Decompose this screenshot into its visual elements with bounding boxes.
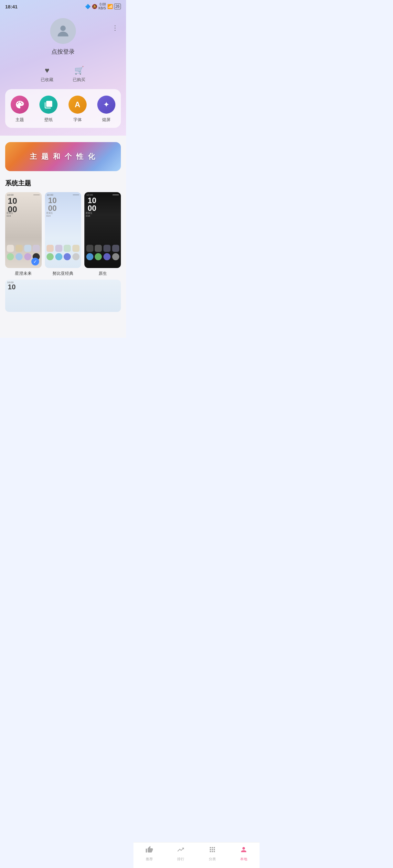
banner-section: 主 题 和 个 性 化	[5, 142, 121, 171]
screen-icon-circle: ✦	[97, 96, 115, 114]
quick-item-screen[interactable]: ✦ 熄屏	[97, 96, 115, 123]
section-title-system-themes: 系统主题	[0, 179, 126, 192]
nav-spacer	[0, 312, 126, 338]
theme-card-2[interactable]: 10:00 1000 星期五4/24	[45, 192, 81, 276]
font-icon-circle: A	[68, 96, 87, 114]
wallpaper-icon	[44, 100, 53, 109]
battery-indicator: 26	[114, 4, 121, 9]
theme-preview-2: 10:00 1000 星期五4/24	[45, 192, 81, 268]
action-buttons: ♥ 已收藏 🛒 已购买	[0, 61, 126, 89]
status-time: 18:41	[5, 4, 18, 9]
main-content: 主 题 和 个 性 化 系统主题 10:00 1000 星期五4/24	[0, 135, 126, 338]
theme-icon	[11, 96, 29, 114]
wifi-icon: 📶	[107, 4, 113, 9]
theme-card-3[interactable]: 10:00 1000 星期五4/24	[84, 192, 121, 276]
login-prompt[interactable]: 点按登录	[51, 48, 75, 56]
selected-badge: ✓	[31, 258, 39, 266]
quick-item-wallpaper[interactable]: 壁纸	[39, 96, 58, 123]
theme-preview-1: 10:00 1000 星期五4/24	[5, 192, 42, 268]
quick-item-theme[interactable]: 主题	[11, 96, 29, 123]
network-speed: 0.00KB/S	[99, 3, 106, 10]
screen-label: 熄屏	[102, 117, 111, 123]
theme-card-1[interactable]: 10:00 1000 星期五4/24	[5, 192, 42, 276]
purchased-label: 已购买	[73, 77, 85, 83]
section-system-themes: 系统主题 10:00 1000 星期五4/24	[0, 179, 126, 312]
theme-name-1: 星澄未来	[5, 271, 42, 276]
theme-row-2: 10:00 10	[0, 276, 126, 312]
cart-icon: 🛒	[74, 66, 84, 75]
favorites-button[interactable]: ♥ 已收藏	[41, 66, 53, 83]
avatar[interactable]	[50, 18, 76, 44]
quick-item-font[interactable]: A 字体	[68, 96, 87, 123]
svg-point-0	[60, 26, 66, 31]
theme-name-3: 原生	[84, 271, 121, 276]
profile-section: 点按登录	[0, 11, 126, 61]
theme-preview-3: 10:00 1000 星期五4/24	[84, 192, 121, 268]
font-label: 字体	[73, 117, 82, 123]
user-icon	[55, 23, 71, 39]
theme-label: 主题	[16, 117, 24, 123]
wallpaper-icon-circle	[39, 96, 58, 114]
bluetooth-icon: 🔷	[85, 4, 90, 9]
theme-name-2: 努比亚经典	[45, 271, 81, 276]
mute-icon: 🔕	[92, 4, 97, 9]
theme-card-4-partial[interactable]: 10:00 10	[5, 280, 121, 312]
banner-button[interactable]: 主 题 和 个 性 化	[5, 142, 121, 171]
purchased-button[interactable]: 🛒 已购买	[73, 66, 85, 83]
wallpaper-label: 壁纸	[44, 117, 53, 123]
quick-menu-card: 主题 壁纸 A 字体 ✦ 熄屏	[5, 89, 121, 128]
theme-grid: 10:00 1000 星期五4/24	[0, 192, 126, 276]
favorites-label: 已收藏	[41, 77, 53, 83]
banner-text: 主 题 和 个 性 化	[30, 152, 96, 161]
heart-icon: ♥	[45, 66, 49, 75]
status-icons: 🔷 🔕 0.00KB/S 📶 26	[85, 3, 121, 10]
palette-icon	[15, 100, 24, 109]
status-bar: 18:41 🔷 🔕 0.00KB/S 📶 26	[0, 0, 126, 11]
